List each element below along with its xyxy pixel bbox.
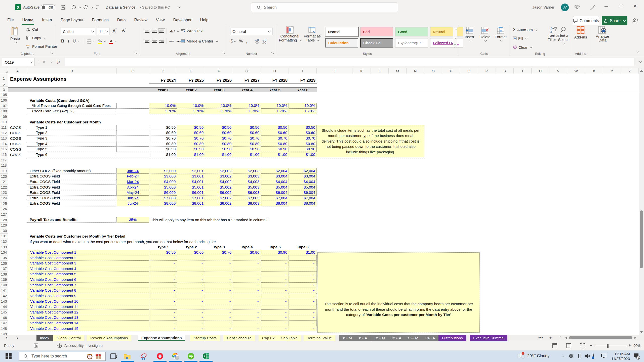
row-header-106[interactable]: 106 [0,98,8,103]
italic-button[interactable]: I [68,39,69,44]
gallery-up-icon[interactable] [454,29,457,31]
cell-H148[interactable]: - [261,326,289,332]
ribbon-tab-developer[interactable]: Developer [169,15,196,25]
column-header-R[interactable]: R [478,68,496,74]
chrome-icon[interactable] [172,353,179,360]
undo-icon[interactable] [71,5,76,10]
cell-F139[interactable]: - [205,277,233,283]
sheet-tab-revenue-assumptions[interactable]: Revenue Assumptions [87,335,131,341]
column-header-S[interactable]: S [496,68,514,74]
snipping-tool-icon[interactable] [140,353,147,360]
gallery-more-icon[interactable] [454,44,456,47]
hscroll-thumb[interactable] [569,336,632,339]
cell-D121[interactable]: $4,000 [149,179,177,185]
cell-F136[interactable]: - [205,261,233,266]
cell-G112[interactable]: $0.60 [233,130,261,136]
cell-B107[interactable]: % of Revenue Going through Credit Card F… [27,103,117,109]
cell-I141[interactable]: - [289,288,317,293]
sheet-tab-expense-assumptions[interactable]: Expense Assumptions [138,335,185,341]
cell-H125[interactable]: $8,004 [261,201,289,206]
ribbon-tab-insert[interactable]: Insert [38,15,56,25]
cell-B128[interactable]: Payroll Taxes and Benefits [27,217,117,223]
cell-H134[interactable]: $0.90 [261,250,289,255]
column-header-M[interactable]: M [389,68,407,74]
cell-text-132[interactable]: If you want to detail what makes up the … [30,239,216,245]
presenter-icon[interactable] [632,18,638,24]
align-left-icon[interactable] [145,39,149,43]
cell-C121[interactable]: Mar-24 [117,179,149,185]
sheet-tab-distributions[interactable]: Distributions [438,335,466,341]
alignment-dialog-launcher-icon[interactable] [223,52,226,55]
cell-F113[interactable]: $0.70 [205,136,233,141]
cell-F108[interactable]: 1.70% [205,109,233,114]
format-as-table-button[interactable]: Format asTable [302,26,322,42]
cell-text-115[interactable]: COGS [10,147,21,152]
cell-F148[interactable]: - [205,326,233,332]
cell-E115[interactable]: $0.90 [177,147,205,152]
taskbar-search[interactable]: Type here to search [19,352,106,361]
cell-G107[interactable]: 10.0% [233,103,261,109]
cell-D124[interactable]: $7,000 [149,196,177,201]
qat-customize-icon[interactable] [96,6,99,11]
sheet-tab-is-a[interactable]: IS- A [355,335,371,341]
cell-E138[interactable]: - [177,272,205,277]
cell-E134[interactable]: $0.60 [177,250,205,255]
monitor-icon[interactable] [601,354,606,357]
cell-D134[interactable]: $0.50 [149,250,177,255]
cell-F140[interactable]: - [205,283,233,288]
more-sheets-icon[interactable]: ••• [538,335,543,340]
weather-text[interactable]: 29°F Cloudy [527,354,549,358]
cell-I124[interactable]: $7,004 [289,196,317,201]
status-accessibility[interactable]: Accessibility: Investigate [64,344,103,348]
vscroll-up-icon[interactable] [640,70,643,72]
cell-F134[interactable]: $0.70 [205,250,233,255]
column-header-K[interactable]: K [352,68,371,74]
sheet-tab-cf-a[interactable]: CF- A [422,335,438,341]
cell-E135[interactable]: - [177,255,205,261]
column-header-P[interactable]: P [442,68,460,74]
paste-button[interactable]: Paste [8,27,23,43]
row-header-143[interactable]: 143 [0,299,8,304]
cell-F124[interactable]: $7,002 [205,196,233,201]
row-header-137[interactable]: 137 [0,266,8,272]
cell-E139[interactable]: - [177,277,205,283]
cell-H138[interactable]: - [261,272,289,277]
cut-button[interactable]: Cut [26,27,38,31]
insert-cells-button[interactable]: Insert [462,27,476,41]
row-header-145[interactable]: 145 [0,310,8,315]
cell-I139[interactable]: - [289,277,317,283]
autosum-button[interactable]: ΣAutoSum [513,27,537,32]
column-header-F[interactable]: F [205,68,233,74]
sheet-tab-cap-table[interactable]: Cap Table [277,335,301,341]
cell-C124[interactable]: Jun-24 [117,196,149,201]
excel-taskbar-icon[interactable]: X [203,353,210,360]
row-header-132[interactable]: 132 [0,239,8,245]
cell-D108[interactable]: 1.70% [149,109,177,114]
cell-F144[interactable]: - [205,304,233,310]
cell-I125[interactable]: $8,004 [289,201,317,206]
decrease-decimal-button[interactable]: →0.00 [262,39,266,44]
speaker-icon[interactable] [585,354,590,358]
cell-B123[interactable]: Extra COGS Field [27,190,117,196]
column-header-H[interactable]: H [261,68,289,74]
cell-E120[interactable]: $3,001 [177,174,205,179]
maximize-button[interactable] [615,0,627,13]
cell-I116[interactable]: $1.00 [289,152,317,158]
cell-E119[interactable]: $2,001 [177,168,205,174]
sheet-tab-executive-summa[interactable]: Executive Summa [470,335,507,341]
row-header-117[interactable]: 117 [0,157,8,163]
wrap-text-button[interactable]: Wrap Text [181,29,204,33]
cell-G122[interactable]: $5,003 [233,185,261,190]
gem-icon[interactable] [574,5,580,10]
row-header-3[interactable]: 3 [0,87,8,92]
cell-E122[interactable]: $5,001 [177,185,205,190]
redo-icon[interactable] [83,5,88,10]
ribbon-tab-view[interactable]: View [152,15,169,25]
row-header-126[interactable]: 126 [0,206,8,212]
cell-H123[interactable]: $6,004 [261,190,289,196]
cell-H145[interactable]: - [261,310,289,315]
cell-text-110[interactable]: Variable Costs Per Customer per Month [30,119,101,125]
ribbon-tab-home[interactable]: Home [18,15,38,25]
cell-G123[interactable]: $6,003 [233,190,261,196]
cell-D123[interactable]: $6,000 [149,190,177,196]
